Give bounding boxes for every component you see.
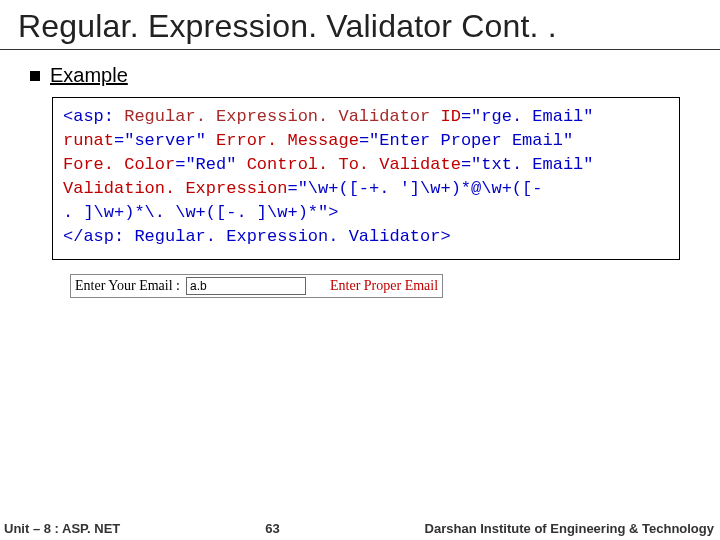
code-token: ="Red": [175, 155, 246, 174]
code-token: </asp: Regular. Expression. Validator>: [63, 227, 451, 246]
code-token: Regular. Expression. Validator: [114, 107, 440, 126]
footer-right: Darshan Institute of Engineering & Techn…: [425, 521, 714, 536]
section-label-text: Example: [50, 64, 128, 87]
footer-page-number: 63: [265, 521, 279, 536]
code-token: ="\w+([-+. ']\w+)*@\w+([-: [287, 179, 542, 198]
code-token: ="Enter Proper Email": [359, 131, 573, 150]
code-token: Error. Message: [216, 131, 359, 150]
code-token: ="server": [114, 131, 216, 150]
code-token: Control. To. Validate: [247, 155, 461, 174]
code-token: . ]\w+)*\. \w+([-. ]\w+)*">: [63, 203, 338, 222]
code-token: <asp:: [63, 107, 114, 126]
code-token: ="txt. Email": [461, 155, 594, 174]
section-label: Example: [0, 64, 720, 87]
validation-error: Enter Proper Email: [330, 278, 438, 294]
code-token: Validation. Expression: [63, 179, 287, 198]
code-token: Fore. Color: [63, 155, 175, 174]
example-form: Enter Your Email : a.b Enter Proper Emai…: [70, 274, 443, 298]
code-token: runat: [63, 131, 114, 150]
slide-footer: Unit – 8 : ASP. NET 63 Darshan Institute…: [0, 517, 720, 540]
code-token: ="rge. Email": [461, 107, 594, 126]
footer-left: Unit – 8 : ASP. NET: [4, 521, 120, 536]
example-label: Enter Your Email :: [75, 278, 180, 294]
code-block: <asp: Regular. Expression. Validator ID=…: [52, 97, 680, 260]
code-token: ID: [440, 107, 460, 126]
email-field[interactable]: a.b: [186, 277, 306, 295]
slide-title: Regular. Expression. Validator Cont. .: [0, 0, 720, 50]
